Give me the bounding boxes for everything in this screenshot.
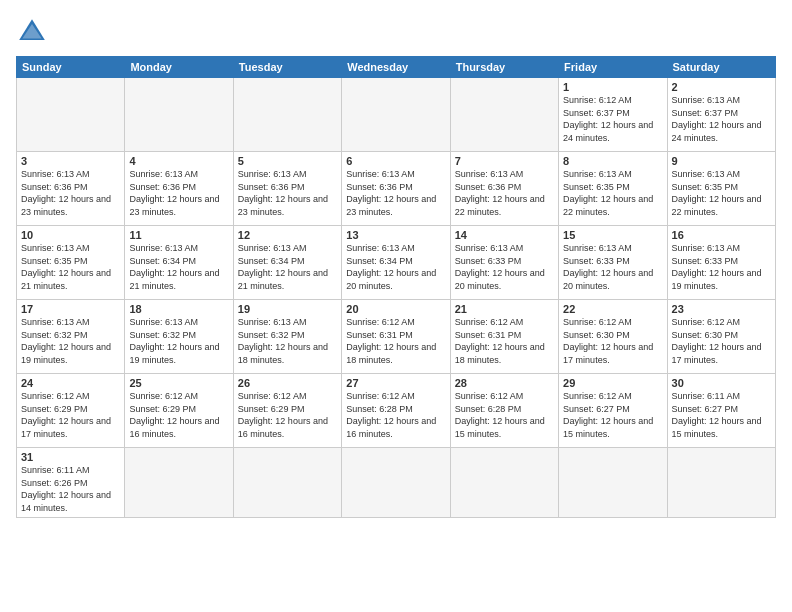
calendar-day-cell <box>342 448 450 518</box>
day-number: 14 <box>455 229 554 241</box>
calendar-day-cell: 8Sunrise: 6:13 AM Sunset: 6:35 PM Daylig… <box>559 152 667 226</box>
day-number: 19 <box>238 303 337 315</box>
day-number: 5 <box>238 155 337 167</box>
logo-icon <box>16 16 48 48</box>
calendar-table: SundayMondayTuesdayWednesdayThursdayFrid… <box>16 56 776 518</box>
calendar-day-cell: 7Sunrise: 6:13 AM Sunset: 6:36 PM Daylig… <box>450 152 558 226</box>
day-info: Sunrise: 6:12 AM Sunset: 6:31 PM Dayligh… <box>346 316 445 366</box>
day-number: 24 <box>21 377 120 389</box>
day-number: 2 <box>672 81 771 93</box>
calendar-day-cell: 10Sunrise: 6:13 AM Sunset: 6:35 PM Dayli… <box>17 226 125 300</box>
day-number: 30 <box>672 377 771 389</box>
day-number: 25 <box>129 377 228 389</box>
day-number: 10 <box>21 229 120 241</box>
calendar-day-cell: 27Sunrise: 6:12 AM Sunset: 6:28 PM Dayli… <box>342 374 450 448</box>
calendar-header-thursday: Thursday <box>450 57 558 78</box>
day-info: Sunrise: 6:12 AM Sunset: 6:31 PM Dayligh… <box>455 316 554 366</box>
day-number: 23 <box>672 303 771 315</box>
day-info: Sunrise: 6:13 AM Sunset: 6:36 PM Dayligh… <box>129 168 228 218</box>
calendar-day-cell: 20Sunrise: 6:12 AM Sunset: 6:31 PM Dayli… <box>342 300 450 374</box>
calendar-header-tuesday: Tuesday <box>233 57 341 78</box>
calendar-week-row: 17Sunrise: 6:13 AM Sunset: 6:32 PM Dayli… <box>17 300 776 374</box>
calendar-day-cell <box>667 448 775 518</box>
calendar-day-cell: 16Sunrise: 6:13 AM Sunset: 6:33 PM Dayli… <box>667 226 775 300</box>
calendar-header-monday: Monday <box>125 57 233 78</box>
calendar-header-wednesday: Wednesday <box>342 57 450 78</box>
calendar-week-row: 31Sunrise: 6:11 AM Sunset: 6:26 PM Dayli… <box>17 448 776 518</box>
day-info: Sunrise: 6:13 AM Sunset: 6:36 PM Dayligh… <box>21 168 120 218</box>
day-number: 29 <box>563 377 662 389</box>
calendar-day-cell: 26Sunrise: 6:12 AM Sunset: 6:29 PM Dayli… <box>233 374 341 448</box>
day-info: Sunrise: 6:13 AM Sunset: 6:32 PM Dayligh… <box>129 316 228 366</box>
calendar-header-sunday: Sunday <box>17 57 125 78</box>
calendar-day-cell <box>17 78 125 152</box>
calendar-day-cell: 22Sunrise: 6:12 AM Sunset: 6:30 PM Dayli… <box>559 300 667 374</box>
calendar-day-cell <box>233 448 341 518</box>
day-info: Sunrise: 6:13 AM Sunset: 6:35 PM Dayligh… <box>21 242 120 292</box>
calendar-day-cell: 31Sunrise: 6:11 AM Sunset: 6:26 PM Dayli… <box>17 448 125 518</box>
calendar-day-cell <box>450 78 558 152</box>
day-info: Sunrise: 6:13 AM Sunset: 6:35 PM Dayligh… <box>672 168 771 218</box>
calendar-day-cell: 13Sunrise: 6:13 AM Sunset: 6:34 PM Dayli… <box>342 226 450 300</box>
day-number: 3 <box>21 155 120 167</box>
calendar-week-row: 24Sunrise: 6:12 AM Sunset: 6:29 PM Dayli… <box>17 374 776 448</box>
day-info: Sunrise: 6:13 AM Sunset: 6:36 PM Dayligh… <box>238 168 337 218</box>
day-info: Sunrise: 6:13 AM Sunset: 6:36 PM Dayligh… <box>346 168 445 218</box>
day-number: 9 <box>672 155 771 167</box>
calendar-day-cell: 4Sunrise: 6:13 AM Sunset: 6:36 PM Daylig… <box>125 152 233 226</box>
calendar-day-cell <box>125 448 233 518</box>
calendar-day-cell: 28Sunrise: 6:12 AM Sunset: 6:28 PM Dayli… <box>450 374 558 448</box>
calendar-day-cell: 17Sunrise: 6:13 AM Sunset: 6:32 PM Dayli… <box>17 300 125 374</box>
day-info: Sunrise: 6:11 AM Sunset: 6:26 PM Dayligh… <box>21 464 120 514</box>
calendar-day-cell: 29Sunrise: 6:12 AM Sunset: 6:27 PM Dayli… <box>559 374 667 448</box>
calendar-day-cell: 18Sunrise: 6:13 AM Sunset: 6:32 PM Dayli… <box>125 300 233 374</box>
calendar-day-cell <box>559 448 667 518</box>
day-info: Sunrise: 6:11 AM Sunset: 6:27 PM Dayligh… <box>672 390 771 440</box>
day-number: 16 <box>672 229 771 241</box>
day-info: Sunrise: 6:12 AM Sunset: 6:30 PM Dayligh… <box>563 316 662 366</box>
day-number: 31 <box>21 451 120 463</box>
calendar-day-cell: 12Sunrise: 6:13 AM Sunset: 6:34 PM Dayli… <box>233 226 341 300</box>
day-info: Sunrise: 6:13 AM Sunset: 6:34 PM Dayligh… <box>238 242 337 292</box>
logo <box>16 16 52 48</box>
day-info: Sunrise: 6:12 AM Sunset: 6:28 PM Dayligh… <box>455 390 554 440</box>
day-number: 26 <box>238 377 337 389</box>
calendar-day-cell: 2Sunrise: 6:13 AM Sunset: 6:37 PM Daylig… <box>667 78 775 152</box>
header <box>16 16 776 48</box>
calendar-week-row: 10Sunrise: 6:13 AM Sunset: 6:35 PM Dayli… <box>17 226 776 300</box>
day-number: 20 <box>346 303 445 315</box>
day-info: Sunrise: 6:12 AM Sunset: 6:29 PM Dayligh… <box>238 390 337 440</box>
day-number: 12 <box>238 229 337 241</box>
calendar-day-cell <box>125 78 233 152</box>
day-number: 8 <box>563 155 662 167</box>
day-number: 4 <box>129 155 228 167</box>
day-info: Sunrise: 6:13 AM Sunset: 6:37 PM Dayligh… <box>672 94 771 144</box>
calendar-day-cell: 9Sunrise: 6:13 AM Sunset: 6:35 PM Daylig… <box>667 152 775 226</box>
day-number: 27 <box>346 377 445 389</box>
calendar-day-cell: 14Sunrise: 6:13 AM Sunset: 6:33 PM Dayli… <box>450 226 558 300</box>
day-number: 13 <box>346 229 445 241</box>
calendar-day-cell <box>233 78 341 152</box>
day-info: Sunrise: 6:13 AM Sunset: 6:35 PM Dayligh… <box>563 168 662 218</box>
calendar-day-cell: 25Sunrise: 6:12 AM Sunset: 6:29 PM Dayli… <box>125 374 233 448</box>
day-info: Sunrise: 6:13 AM Sunset: 6:32 PM Dayligh… <box>238 316 337 366</box>
day-number: 7 <box>455 155 554 167</box>
day-info: Sunrise: 6:13 AM Sunset: 6:34 PM Dayligh… <box>129 242 228 292</box>
day-info: Sunrise: 6:12 AM Sunset: 6:27 PM Dayligh… <box>563 390 662 440</box>
day-number: 28 <box>455 377 554 389</box>
calendar-week-row: 3Sunrise: 6:13 AM Sunset: 6:36 PM Daylig… <box>17 152 776 226</box>
calendar-day-cell: 24Sunrise: 6:12 AM Sunset: 6:29 PM Dayli… <box>17 374 125 448</box>
day-info: Sunrise: 6:12 AM Sunset: 6:28 PM Dayligh… <box>346 390 445 440</box>
calendar-day-cell: 1Sunrise: 6:12 AM Sunset: 6:37 PM Daylig… <box>559 78 667 152</box>
calendar-header-row: SundayMondayTuesdayWednesdayThursdayFrid… <box>17 57 776 78</box>
day-number: 15 <box>563 229 662 241</box>
day-info: Sunrise: 6:13 AM Sunset: 6:33 PM Dayligh… <box>672 242 771 292</box>
calendar-day-cell: 3Sunrise: 6:13 AM Sunset: 6:36 PM Daylig… <box>17 152 125 226</box>
calendar-day-cell: 21Sunrise: 6:12 AM Sunset: 6:31 PM Dayli… <box>450 300 558 374</box>
day-number: 18 <box>129 303 228 315</box>
day-number: 17 <box>21 303 120 315</box>
day-info: Sunrise: 6:13 AM Sunset: 6:36 PM Dayligh… <box>455 168 554 218</box>
day-info: Sunrise: 6:13 AM Sunset: 6:34 PM Dayligh… <box>346 242 445 292</box>
day-info: Sunrise: 6:13 AM Sunset: 6:33 PM Dayligh… <box>563 242 662 292</box>
calendar-day-cell <box>342 78 450 152</box>
